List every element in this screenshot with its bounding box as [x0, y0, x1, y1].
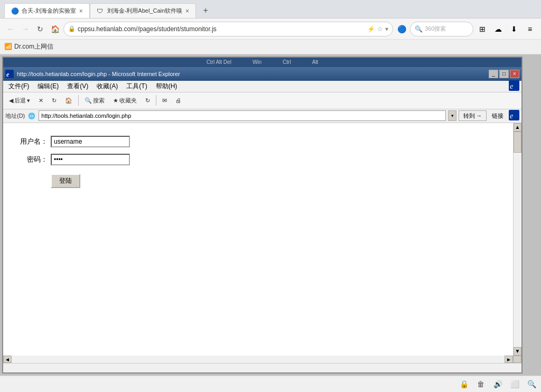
- ie-scroll-h-track[interactable]: [12, 356, 505, 363]
- ie-mail-icon: ✉: [162, 97, 167, 104]
- address-icons: ⚡ ☆ ▾: [367, 25, 388, 33]
- password-label: 密码：: [16, 155, 48, 164]
- ie-content-area: 用户名： 密码： 登陆 ▲: [3, 123, 521, 356]
- kb-ctrl: Ctrl: [283, 59, 291, 65]
- ie-scroll-up-button[interactable]: ▲: [514, 123, 521, 132]
- ie-url-input-wrap[interactable]: [39, 110, 446, 121]
- tab-1-title: 合天-刘海金的实验室: [22, 7, 76, 15]
- ie-url-input[interactable]: [41, 113, 443, 119]
- ie-back-dropdown[interactable]: ▾: [27, 97, 30, 104]
- bottom-lock-icon[interactable]: 🔒: [459, 379, 469, 389]
- login-form: 用户名： 密码： 登陆: [12, 132, 505, 199]
- ie-search-icon: 🔍: [85, 97, 92, 104]
- username-label: 用户名：: [16, 137, 48, 146]
- ie-vertical-scrollbar[interactable]: ▲ ▼: [513, 123, 521, 356]
- kb-shortcut-overlay: Ctrl Alt Del Win Ctrl Alt: [3, 58, 521, 67]
- search-bar[interactable]: 🔍 360搜索: [410, 22, 473, 36]
- menu-favorites[interactable]: 收藏(A): [94, 81, 121, 92]
- kb-ctrl-alt-del: Ctrl Alt Del: [207, 59, 231, 65]
- new-tab-button[interactable]: +: [198, 3, 213, 18]
- password-row: 密码：: [16, 154, 500, 165]
- ie-stop-icon: ✕: [39, 97, 43, 104]
- ie-address-bar: 地址(D) 🌐 ▾ 转到 → 链接 e: [3, 109, 521, 123]
- ie-close-button[interactable]: ×: [510, 70, 519, 78]
- bookmark-star-icon[interactable]: ☆: [377, 25, 383, 33]
- login-button[interactable]: 登陆: [51, 174, 80, 188]
- ie-mail-button[interactable]: ✉: [158, 94, 171, 107]
- ie-refresh-button[interactable]: ↻: [48, 94, 60, 107]
- ie-window: Ctrl Alt Del Win Ctrl Alt e http://tools…: [2, 57, 523, 374]
- ie-links-button[interactable]: 链接: [489, 112, 507, 120]
- address-dropdown-icon[interactable]: ▾: [385, 25, 388, 33]
- address-bar[interactable]: 🔒 cppsu.hetianlab.com//pages/student/stu…: [63, 22, 393, 36]
- ie-home-button[interactable]: 🏠: [61, 94, 76, 107]
- ie-go-label: 转到: [463, 112, 475, 120]
- ie-title-area: e http://tools.hetianlab.com/login.php -…: [5, 70, 489, 78]
- menu-help[interactable]: 帮助(H): [153, 81, 181, 92]
- submit-row: 登陆: [16, 172, 500, 188]
- extensions-icon[interactable]: ⊞: [475, 22, 489, 36]
- tab-bar: 🔵 合天-刘海金的实验室 × 🛡 刘海金-利用Abel_Cain软件嗅 × +: [0, 0, 541, 18]
- address-text: cppsu.hetianlab.com//pages/student/stumo…: [78, 25, 365, 33]
- ie-print-icon: 🖨: [175, 97, 181, 104]
- ie-stop-button[interactable]: ✕: [35, 94, 47, 107]
- bottom-zoom-icon[interactable]: 🔍: [526, 379, 537, 389]
- tab-1[interactable]: 🔵 合天-刘海金的实验室 ×: [4, 3, 90, 18]
- drcom-label: Dr.com上网信: [14, 42, 53, 51]
- ie-scroll-right-button[interactable]: ►: [505, 356, 513, 363]
- tab-2[interactable]: 🛡 刘海金-利用Abel_Cain软件嗅 ×: [90, 3, 196, 18]
- ie-home-icon: 🏠: [65, 97, 72, 104]
- home-button[interactable]: 🏠: [49, 23, 61, 35]
- ie-print-button[interactable]: 🖨: [172, 94, 185, 107]
- ie-addr-right: e: [509, 110, 519, 122]
- ie-scroll-down-button[interactable]: ▼: [514, 347, 521, 356]
- download-icon[interactable]: ⬇: [507, 22, 521, 36]
- menu-icon[interactable]: ≡: [523, 22, 537, 36]
- taskbar-drcom[interactable]: 📶 Dr.com上网信: [4, 42, 53, 51]
- cloud-icon[interactable]: ☁: [491, 22, 505, 36]
- tab-1-favicon: 🔵: [11, 7, 18, 15]
- username-row: 用户名：: [16, 136, 500, 147]
- search-icon: 🔍: [415, 25, 423, 33]
- ie-scroll-left-button[interactable]: ◄: [3, 356, 12, 363]
- ie-maximize-button[interactable]: □: [499, 70, 509, 78]
- svg-text:e: e: [510, 82, 513, 90]
- tab-1-close[interactable]: ×: [79, 7, 83, 15]
- ie-search-button[interactable]: 🔍 搜索: [81, 94, 108, 107]
- bottom-volume-icon[interactable]: 🔊: [492, 379, 503, 389]
- ie-scroll-thumb[interactable]: [514, 132, 521, 153]
- drcom-icon: 📶: [4, 43, 12, 50]
- address-lock-icon: 🔒: [68, 25, 76, 32]
- ie-menu-logo: e: [509, 80, 519, 92]
- ie-horizontal-scrollbar[interactable]: ◄ ►: [3, 356, 521, 363]
- ie-go-button[interactable]: 转到 →: [459, 110, 487, 121]
- forward-button[interactable]: →: [19, 23, 32, 35]
- menu-file[interactable]: 文件(F): [5, 81, 32, 92]
- svg-text:e: e: [510, 112, 513, 120]
- menu-edit[interactable]: 编辑(E): [34, 81, 62, 92]
- ie-minimize-button[interactable]: _: [489, 70, 498, 78]
- bottom-trash-icon[interactable]: 🗑: [475, 379, 486, 389]
- outer-bottom-bar: 🔒 🗑 🔊 ⬜ 🔍: [0, 376, 541, 393]
- ie-url-dropdown[interactable]: ▾: [448, 110, 456, 121]
- ie-back-button[interactable]: ◀ 后退 ▾: [5, 94, 34, 107]
- refresh-button[interactable]: ↻: [34, 23, 46, 35]
- tab-2-close[interactable]: ×: [185, 7, 189, 15]
- menu-tools[interactable]: 工具(T): [123, 81, 150, 92]
- ie-window-controls: _ □ ×: [489, 70, 519, 78]
- ie-scroll-track[interactable]: [514, 132, 521, 347]
- browser-outer: 🔵 合天-刘海金的实验室 × 🛡 刘海金-利用Abel_Cain软件嗅 × + …: [0, 0, 541, 392]
- ie-favorites-button[interactable]: ★ 收藏夹: [109, 94, 141, 107]
- ie-menu-bar: 文件(F) 编辑(E) 查看(V) 收藏(A) 工具(T) 帮助(H) e: [3, 81, 521, 92]
- ie-address-label: 地址(D): [5, 112, 25, 120]
- ie-favicon: 🌐: [27, 111, 36, 120]
- ie-back-icon: ◀: [9, 97, 13, 104]
- ie-refresh-icon: ↻: [52, 97, 57, 104]
- back-button[interactable]: ←: [4, 23, 17, 35]
- menu-view[interactable]: 查看(V): [64, 81, 91, 92]
- password-input[interactable]: [51, 154, 130, 165]
- ie-history-button[interactable]: ↻: [142, 94, 154, 107]
- username-input[interactable]: [51, 136, 130, 147]
- outer-taskbar: 📶 Dr.com上网信: [0, 40, 541, 54]
- bottom-window-icon[interactable]: ⬜: [509, 379, 520, 389]
